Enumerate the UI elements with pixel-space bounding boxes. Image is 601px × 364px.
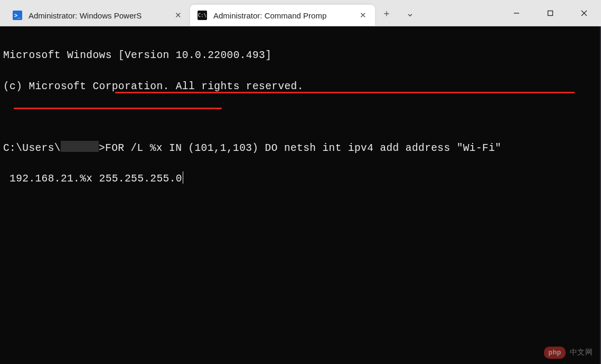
- text-cursor: [183, 171, 184, 183]
- annotation-underline: [115, 92, 575, 93]
- prompt-suffix: >: [99, 142, 105, 154]
- redacted-username: [61, 141, 99, 151]
- close-icon: ✕: [175, 11, 182, 20]
- window-controls: [500, 0, 601, 26]
- tab-strip: >_ Administrator: Windows PowerS ✕ C:\ A…: [0, 0, 375, 26]
- terminal-prompt-line: C:\Users\>FOR /L %x IN (101,1,103) DO ne…: [3, 141, 598, 156]
- close-icon: ✕: [360, 11, 367, 20]
- tab-label: Administrator: Windows PowerS: [29, 11, 167, 20]
- terminal-command-cont: 192.168.21.%x 255.255.255.0: [3, 171, 598, 187]
- annotation-underline: [14, 108, 222, 109]
- tab-close-button[interactable]: ✕: [358, 11, 368, 20]
- terminal-line: [3, 110, 598, 125]
- titlebar: >_ Administrator: Windows PowerS ✕ C:\ A…: [0, 0, 601, 26]
- minimize-button[interactable]: [500, 0, 533, 26]
- maximize-icon: [547, 10, 553, 16]
- command-text: 192.168.21.%x 255.255.255.0: [3, 174, 182, 185]
- prompt-prefix: C:\Users\: [3, 142, 61, 154]
- tab-powershell[interactable]: >_ Administrator: Windows PowerS ✕: [5, 5, 190, 26]
- tab-label: Administrator: Command Promp: [213, 11, 352, 20]
- maximize-button[interactable]: [533, 0, 567, 26]
- watermark-text: 中文网: [570, 347, 593, 358]
- minimize-icon: [513, 10, 520, 16]
- svg-rect-1: [548, 11, 553, 15]
- chevron-down-icon: ⌄: [406, 7, 414, 19]
- close-window-button[interactable]: [567, 0, 601, 26]
- close-icon: [581, 10, 587, 16]
- terminal-line: Microsoft Windows [Version 10.0.22000.49…: [3, 48, 598, 63]
- command-text: FOR /L %x IN (101,1,103) DO netsh int ip…: [105, 142, 501, 154]
- cmd-icon: C:\: [198, 11, 207, 20]
- tab-close-button[interactable]: ✕: [173, 11, 183, 20]
- tab-strip-actions: ＋ ⌄: [375, 0, 421, 26]
- new-tab-button[interactable]: ＋: [375, 3, 398, 24]
- watermark: php 中文网: [544, 347, 593, 359]
- watermark-pill: php: [544, 347, 566, 359]
- tab-command-prompt[interactable]: C:\ Administrator: Command Promp ✕: [190, 5, 375, 26]
- terminal-pane[interactable]: Microsoft Windows [Version 10.0.22000.49…: [0, 26, 601, 364]
- plus-icon: ＋: [382, 7, 391, 20]
- tab-dropdown-button[interactable]: ⌄: [398, 3, 421, 24]
- powershell-icon: >_: [13, 11, 22, 20]
